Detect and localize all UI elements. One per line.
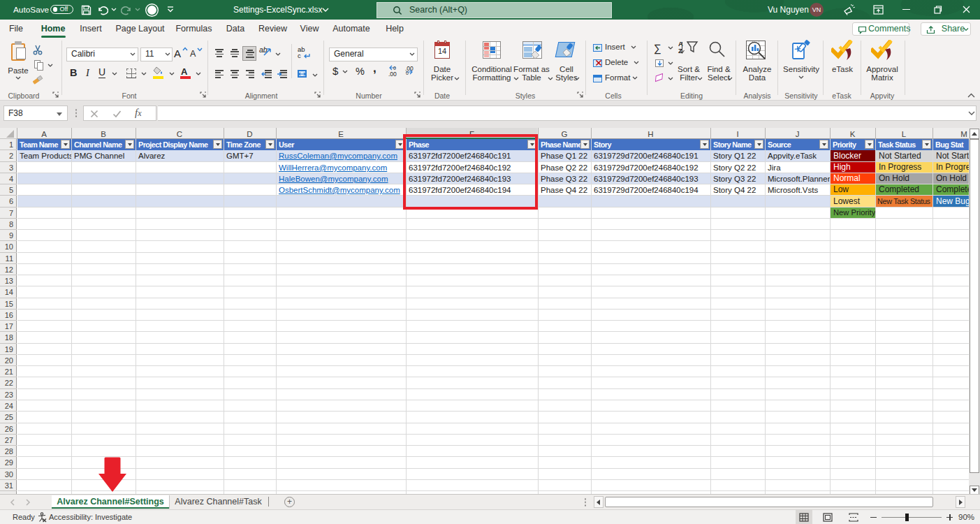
svg-text:0: 0 <box>406 71 409 75</box>
svg-text:0: 0 <box>393 66 396 71</box>
